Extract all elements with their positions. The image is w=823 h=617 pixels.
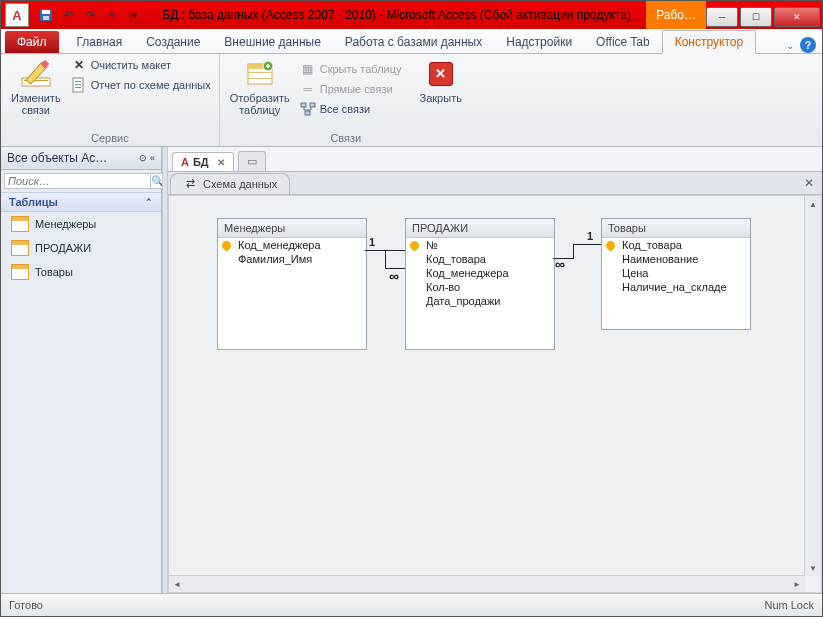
table-field[interactable]: Дата_продажи [406, 294, 554, 308]
relationships-canvas[interactable]: МенеджерыКод_менеджераФамилия_Имя ПРОДАЖ… [168, 195, 822, 593]
table-field[interactable]: Цена [602, 266, 750, 280]
tab-design[interactable]: Конструктор [662, 30, 756, 54]
clear-layout-icon: ✕ [71, 57, 87, 73]
scroll-right-icon[interactable]: ► [789, 576, 805, 592]
svg-rect-2 [43, 16, 49, 20]
minimize-button[interactable]: ─ [706, 7, 738, 27]
clear-layout-button[interactable]: ✕ Очистить макет [69, 56, 213, 74]
document-tab-strip: A БД ✕ ▭ [168, 147, 822, 172]
svg-rect-7 [75, 81, 81, 82]
access-app-icon: A [5, 3, 29, 27]
navigation-pane: Все объекты Ac… ⊙ « 🔍 Таблицы ⌃ Менеджер… [1, 147, 162, 593]
qat-separator: |▾ [125, 6, 143, 24]
svg-rect-17 [305, 111, 310, 115]
tab-office-tab[interactable]: Office Tab [584, 31, 662, 53]
qat-dropdown-icon[interactable]: ▼ [103, 6, 121, 24]
nav-search: 🔍 [1, 170, 161, 192]
close-tab-icon[interactable]: ✕ [213, 157, 225, 168]
table-icon [11, 240, 29, 256]
title-bar: A ↶ ↷ ▼ |▾ БД : база данных (Access 2007… [1, 1, 822, 29]
nav-search-input[interactable] [4, 173, 151, 189]
nav-pane-header[interactable]: Все объекты Ac… ⊙ « [1, 147, 161, 170]
close-icon: ✕ [429, 62, 453, 86]
help-icon[interactable]: ? [800, 37, 816, 53]
table-field[interactable]: № [406, 238, 554, 252]
group-label-relations: Связи [226, 132, 466, 146]
window-close-button[interactable]: ✕ [774, 7, 820, 27]
relation-one-left: 1 [369, 236, 375, 248]
table-field[interactable]: Наличие_на_складе [602, 280, 750, 294]
direct-relations-button: ═ Прямые связи [298, 80, 404, 98]
nav-category-tables[interactable]: Таблицы ⌃ [1, 192, 161, 212]
table-field[interactable]: Фамилия_Имя [218, 252, 366, 266]
svg-rect-16 [310, 103, 315, 107]
status-numlock: Num Lock [764, 599, 814, 611]
scroll-up-icon[interactable]: ▲ [805, 196, 821, 212]
status-bar: Готово Num Lock [1, 593, 822, 616]
doc-tab-db[interactable]: A БД ✕ [172, 152, 234, 171]
table-header[interactable]: Менеджеры [218, 219, 366, 238]
table-field[interactable]: Кол-во [406, 280, 554, 294]
show-table-icon [244, 58, 276, 90]
object-tab-schema[interactable]: ⇄ Схема данных [170, 173, 290, 194]
tab-file[interactable]: Файл [5, 31, 59, 53]
undo-icon[interactable]: ↶ [59, 6, 77, 24]
svg-rect-1 [42, 10, 50, 14]
scroll-left-icon[interactable]: ◄ [169, 576, 185, 592]
close-object-tab-icon[interactable]: ✕ [796, 176, 822, 190]
tab-addins[interactable]: Надстройки [494, 31, 584, 53]
nav-item-sales[interactable]: ПРОДАЖИ [1, 236, 161, 260]
status-ready: Готово [9, 599, 43, 611]
nav-header-dropdown-icon[interactable]: ⊙ « [139, 153, 155, 163]
ribbon-group-show-table: Отобразить таблицу ▦ Скрыть таблицу ═ Пр… [220, 54, 472, 146]
svg-rect-12 [248, 72, 272, 73]
tab-external-data[interactable]: Внешние данные [212, 31, 333, 53]
schema-report-button[interactable]: Отчет по схеме данных [69, 76, 213, 94]
maximize-button[interactable]: ☐ [740, 7, 772, 27]
tab-create[interactable]: Создание [134, 31, 212, 53]
table-field[interactable]: Код_менеджера [406, 266, 554, 280]
tab-home[interactable]: Главная [65, 31, 135, 53]
table-box-sales[interactable]: ПРОДАЖИ№Код_товараКод_менеджераКол-воДат… [405, 218, 555, 350]
ribbon: Изменить связи ✕ Очистить макет Отчет по… [1, 54, 822, 147]
table-box-managers[interactable]: МенеджерыКод_менеджераФамилия_Имя [217, 218, 367, 350]
schema-report-icon [71, 77, 87, 93]
table-field[interactable]: Код_менеджера [218, 238, 366, 252]
contextual-tab-header[interactable]: Рабо… [646, 1, 706, 29]
show-table-button[interactable]: Отобразить таблицу [226, 56, 294, 118]
table-icon [11, 264, 29, 280]
ribbon-group-service: Изменить связи ✕ Очистить макет Отчет по… [1, 54, 220, 146]
svg-rect-9 [75, 87, 81, 88]
nav-item-managers[interactable]: Менеджеры [1, 212, 161, 236]
minimize-ribbon-icon[interactable]: ⌄ [786, 40, 794, 51]
collapse-icon[interactable]: ⌃ [145, 197, 153, 207]
window-title: БД : база данных (Access 2007 - 2010) - … [147, 8, 646, 22]
relation-one-right: 1 [587, 230, 593, 242]
hide-table-button: ▦ Скрыть таблицу [298, 60, 404, 78]
svg-rect-15 [301, 103, 306, 107]
svg-rect-8 [75, 84, 81, 85]
close-relations-button[interactable]: ✕ Закрыть [416, 56, 466, 106]
table-field[interactable]: Код_товара [602, 238, 750, 252]
direct-relations-icon: ═ [300, 81, 316, 97]
doc-tab-blank[interactable]: ▭ [238, 151, 266, 171]
vertical-scrollbar[interactable]: ▲ ▼ [804, 196, 821, 576]
ribbon-tab-strip: Файл Главная Создание Внешние данные Раб… [1, 29, 822, 54]
table-box-goods[interactable]: ТоварыКод_товараНаименованиеЦенаНаличие_… [601, 218, 751, 330]
table-header[interactable]: ПРОДАЖИ [406, 219, 554, 238]
save-icon[interactable] [37, 6, 55, 24]
table-field[interactable]: Код_товара [406, 252, 554, 266]
nav-item-goods[interactable]: Товары [1, 260, 161, 284]
edit-relations-icon [20, 58, 52, 90]
tab-database-tools[interactable]: Работа с базами данных [333, 31, 494, 53]
relationships-icon: ⇄ [183, 177, 197, 191]
horizontal-scrollbar[interactable]: ◄ ► [169, 575, 805, 592]
all-relations-button[interactable]: Все связи [298, 100, 404, 118]
edit-relations-button[interactable]: Изменить связи [7, 56, 65, 118]
scroll-down-icon[interactable]: ▼ [805, 560, 821, 576]
object-tab-strip: ⇄ Схема данных ✕ [168, 172, 822, 195]
table-header[interactable]: Товары [602, 219, 750, 238]
redo-icon[interactable]: ↷ [81, 6, 99, 24]
table-field[interactable]: Наименование [602, 252, 750, 266]
table-icon [11, 216, 29, 232]
